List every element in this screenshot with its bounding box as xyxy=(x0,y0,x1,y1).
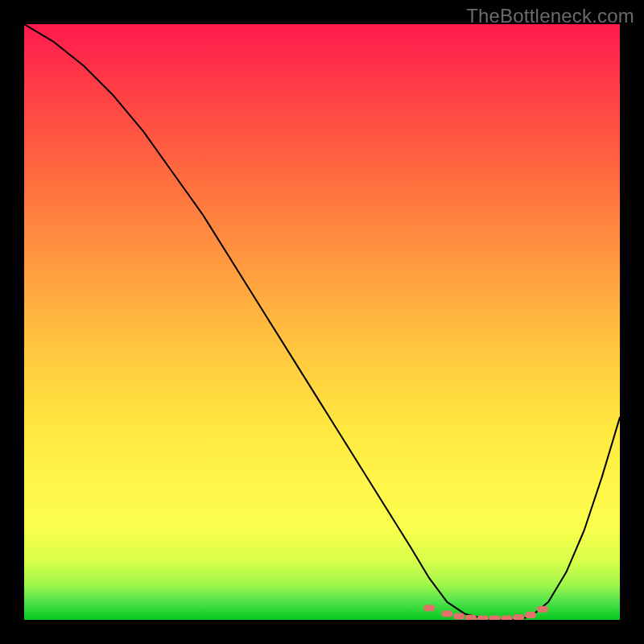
marker-dot xyxy=(525,612,536,618)
marker-dot xyxy=(465,615,477,620)
marker-dot xyxy=(513,614,524,620)
optimal-range-markers xyxy=(423,605,548,620)
marker-dot xyxy=(441,611,452,617)
plot-area xyxy=(24,24,620,620)
curve-svg xyxy=(24,24,620,620)
marker-dot xyxy=(453,613,464,620)
marker-dot xyxy=(501,616,512,621)
chart-frame: TheBottleneck.com xyxy=(0,0,644,644)
marker-dot xyxy=(423,605,435,611)
marker-dot xyxy=(489,616,501,621)
marker-dot xyxy=(477,616,489,621)
bottleneck-curve xyxy=(24,24,620,620)
marker-dot xyxy=(537,606,548,613)
